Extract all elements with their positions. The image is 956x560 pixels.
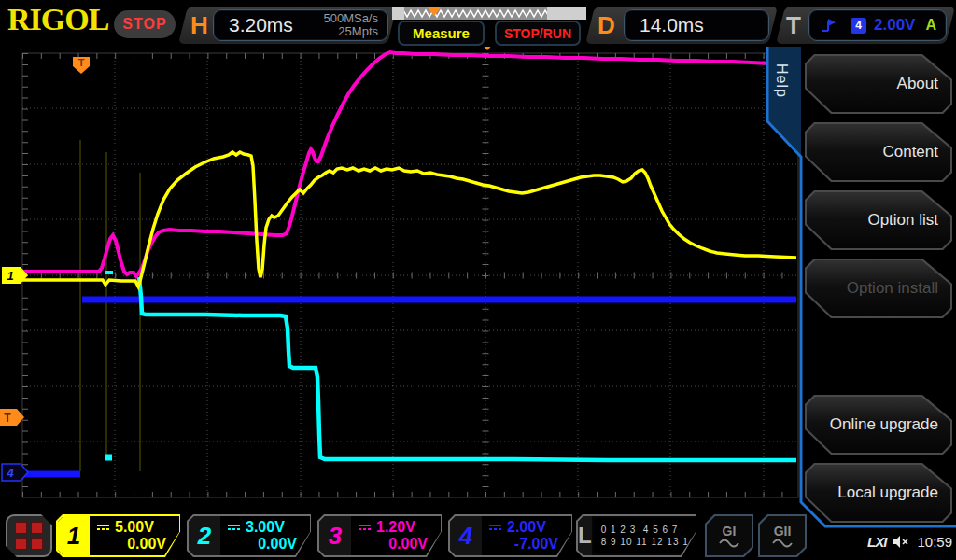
menu-item-option-list[interactable]: Option list bbox=[805, 190, 952, 250]
memory-bar-left-cap bbox=[392, 7, 404, 20]
red-square-icon bbox=[15, 522, 27, 534]
oscilloscope-screen: T 1 T 4 RIGOL STOP H 3.20ms 500MSa/ bbox=[0, 0, 956, 560]
dc-coupling-icon bbox=[97, 525, 109, 530]
sound-muted-icon bbox=[893, 535, 910, 549]
trigger-level-value: 2.00V bbox=[874, 16, 915, 35]
svg-text:1: 1 bbox=[7, 269, 13, 283]
svg-text:T: T bbox=[78, 57, 85, 68]
red-square-icon bbox=[15, 538, 27, 550]
ch2-trace bbox=[139, 277, 796, 460]
delay-info-box[interactable]: 14.0ms bbox=[624, 9, 769, 41]
trigger-label: T bbox=[786, 11, 801, 40]
timebase-value: 3.20ms bbox=[214, 14, 293, 36]
menu-item-online-upgrade[interactable]: Online upgrade bbox=[805, 395, 952, 455]
channel-4-scale: 2.00V bbox=[507, 519, 546, 536]
channel-4-number: 4 bbox=[450, 516, 482, 555]
generator-2-button[interactable]: GII bbox=[758, 514, 807, 557]
logic-digits-row1: 0 1 2 3 4 5 6 7 bbox=[601, 524, 711, 536]
logic-analyzer-box[interactable]: L 0 1 2 3 4 5 6 7 8 9 10 11 12 13 14 15 bbox=[576, 514, 699, 557]
channel-4-offset: -7.00V bbox=[489, 536, 558, 553]
red-square-icon bbox=[31, 538, 43, 550]
generator-2-label: GII bbox=[774, 524, 792, 539]
delay-settings-group[interactable]: D 14.0ms bbox=[590, 7, 773, 44]
channel-traces bbox=[22, 52, 796, 474]
trigger-source-badge: 4 bbox=[851, 18, 866, 34]
delay-value: 14.0ms bbox=[625, 14, 704, 36]
dc-coupling-icon bbox=[358, 525, 371, 530]
ch4-position-marker[interactable]: 4 bbox=[2, 464, 28, 481]
channel-1-offset: 0.00V bbox=[97, 536, 166, 553]
channel-menu-button[interactable] bbox=[6, 514, 52, 557]
horizontal-info-box[interactable]: 3.20ms 500MSa/s 25Mpts bbox=[213, 9, 388, 41]
rigol-logo: RIGOL bbox=[7, 2, 108, 37]
logic-digits-row2: 8 9 10 11 12 13 14 15 bbox=[601, 536, 711, 548]
memory-depth: 25Mpts bbox=[338, 24, 378, 38]
channel-3-number: 3 bbox=[319, 516, 351, 555]
help-tab-label[interactable]: Help bbox=[773, 63, 790, 98]
channel-3-box[interactable]: 3 1.20V 0.00V bbox=[317, 514, 444, 557]
channel-4-box[interactable]: 4 2.00V -7.00V bbox=[448, 514, 575, 557]
trigger-slope-icon bbox=[821, 18, 837, 33]
generator-1-button[interactable]: GI bbox=[705, 514, 753, 557]
channel-1-scale: 5.00V bbox=[115, 519, 154, 536]
top-status-bar: RIGOL STOP H 3.20ms 500MSa/s 25Mpts Meas… bbox=[0, 0, 956, 47]
red-square-icon bbox=[31, 522, 43, 534]
sine-wave-icon bbox=[718, 539, 740, 548]
horizontal-label: H bbox=[190, 11, 208, 40]
svg-text:4: 4 bbox=[6, 466, 14, 480]
channel-2-offset: 0.00V bbox=[228, 536, 297, 553]
trigger-info-box[interactable]: 4 2.00V A bbox=[808, 9, 947, 41]
menu-item-about[interactable]: About bbox=[805, 54, 952, 114]
help-menu-panel: About Content Option list Option install… bbox=[801, 47, 956, 560]
channel-3-offset: 0.00V bbox=[358, 536, 428, 553]
channel-3-scale: 1.20V bbox=[376, 519, 415, 536]
trigger-position-marker[interactable]: T bbox=[73, 57, 90, 74]
channel-2-number: 2 bbox=[189, 516, 220, 555]
memory-position-bar[interactable] bbox=[392, 7, 586, 20]
memory-trigger-marker-icon bbox=[428, 7, 441, 16]
stop-run-button[interactable]: STOP/RUN bbox=[495, 21, 581, 46]
channel-1-number: 1 bbox=[58, 516, 90, 555]
lxi-logo: LXI bbox=[867, 534, 886, 550]
delay-label: D bbox=[598, 11, 615, 40]
trigger-settings-group[interactable]: T 4 2.00V A bbox=[780, 7, 950, 44]
generator-1-label: GI bbox=[723, 524, 737, 539]
sine-wave-icon bbox=[771, 539, 794, 548]
channel-2-box[interactable]: 2 3.00V 0.00V bbox=[187, 514, 314, 557]
channel-2-scale: 3.00V bbox=[246, 519, 285, 536]
svg-text:T: T bbox=[4, 412, 11, 425]
menu-item-option-install: Option install bbox=[805, 259, 952, 318]
dc-coupling-icon bbox=[489, 525, 501, 530]
menu-item-content[interactable]: Content bbox=[805, 122, 952, 182]
status-area: LXI 10:59 bbox=[840, 530, 952, 553]
measure-button[interactable]: Measure bbox=[398, 21, 485, 46]
acquisition-status-badge: STOP bbox=[114, 10, 176, 38]
clock: 10:59 bbox=[917, 534, 952, 550]
sample-rate: 500MSa/s bbox=[323, 11, 378, 25]
memory-bar-right-cap bbox=[547, 7, 586, 20]
horizontal-settings-group[interactable]: H 3.20ms 500MSa/s 25Mpts bbox=[183, 7, 392, 44]
trigger-level-marker[interactable]: T bbox=[0, 409, 24, 426]
bottom-channel-bar: 1 5.00V 0.00V 2 3.00V 0.00V 3 1.20V bbox=[0, 511, 956, 560]
logic-label: L bbox=[578, 516, 592, 555]
dc-coupling-icon bbox=[228, 525, 240, 530]
trigger-mode: A bbox=[925, 17, 946, 34]
channel-1-box[interactable]: 1 5.00V 0.00V bbox=[56, 514, 183, 557]
